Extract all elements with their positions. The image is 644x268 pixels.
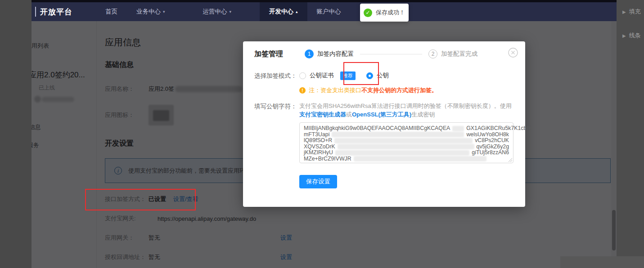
public-key-label: 填写公钥字符： xyxy=(254,102,299,119)
key-text: jKMZIRHyU xyxy=(304,150,333,156)
nav-item-label: 运营中心 xyxy=(203,8,227,16)
step-2-circle: 2 xyxy=(428,49,437,58)
nav-menu: 首页 业务中心 ▾ 运营中心 ▾ 开发中心 ▴ 账户中心 xyxy=(96,2,351,21)
nav-item-business[interactable]: 业务中心 ▾ xyxy=(127,2,175,21)
save-success-toast: ✓ 保存成功！ xyxy=(360,4,409,22)
step-2-label: 加签配置完成 xyxy=(441,50,477,58)
funds-note: ! 注：资金支出类接口不支持公钥的方式进行加签。 xyxy=(299,86,525,94)
redacted-key-segment xyxy=(332,132,464,137)
radio-unchecked-icon xyxy=(299,72,306,79)
tool-panel-line[interactable]: ▶ 线条 xyxy=(622,31,641,40)
openssl-link[interactable]: OpenSSL(第三方工具) xyxy=(352,111,411,118)
note-emphasis: 不支持公钥的方式进行加签。 xyxy=(361,87,437,94)
key-desc-or: 或 xyxy=(346,111,352,118)
key-text: vC8Ps2hCUK xyxy=(475,138,509,144)
note-prefix: 注：资金支出类接口 xyxy=(309,87,361,94)
nav-item-operations[interactable]: 运营中心 ▾ xyxy=(194,2,241,21)
step-indicator: 1 加签内容配置 2 加签配置完成 xyxy=(305,49,477,58)
warning-icon: ! xyxy=(299,87,306,94)
key-text: giTUj5r8zzAN6 xyxy=(472,150,509,156)
key-line: MZe+BrCZ9IVWJR xyxy=(304,156,509,162)
signing-mode-label: 选择加签模式： xyxy=(254,71,299,80)
public-key-textarea[interactable]: MIIBIjANBgkqhkiG9w0BAQEFAAOCAQ8AMIIBCgKC… xyxy=(299,122,513,163)
nav-item-label: 首页 xyxy=(105,8,117,16)
tool-corner-panel xyxy=(560,256,644,268)
toast-message: 保存成功！ xyxy=(376,9,405,17)
nav-item-label: 开发中心 xyxy=(269,8,293,16)
signing-management-modal: 加签管理 1 加签内容配置 2 加签配置完成 选择加签模式： 公钥证书 推荐 公… xyxy=(243,41,525,207)
chevron-up-icon: ▴ xyxy=(296,9,298,14)
key-text: MIIBIjANBgkqhkiG9w0BAQEFAAOCAQ8AMIIBCgKC… xyxy=(304,125,450,132)
collapse-arrow-icon: ▶ xyxy=(622,9,626,14)
step-connector xyxy=(360,54,422,54)
key-line: jKMZIRHyU giTUj5r8zzAN6 xyxy=(304,150,509,156)
key-line: mFT3Uapi welsUwYo8OH8k xyxy=(304,132,509,138)
step-1-label: 加签内容配置 xyxy=(317,50,354,58)
signing-mode-row: 选择加签模式： 公钥证书 推荐 公钥 xyxy=(254,71,525,80)
nav-item-label: 账户中心 xyxy=(317,8,341,16)
tool-panel-fill[interactable]: ▶ 填充 xyxy=(622,8,641,16)
annotation-tool-right-strip xyxy=(617,0,644,268)
collapse-arrow-icon: ▶ xyxy=(622,33,626,38)
key-text: MZe+BrCZ9IVWJR xyxy=(304,156,351,162)
key-line: lQ89fSO+R vC8Ps2hCUK xyxy=(304,138,509,144)
radio-cert-label: 公钥证书 xyxy=(310,71,334,80)
key-text: XQVSZoDrK xyxy=(304,144,335,150)
annotation-box-signing-method-row xyxy=(85,189,196,210)
key-line: XQVSZoDrK qv5jGkZ6y2g xyxy=(304,144,509,150)
key-text: welsUwYo8OH8k xyxy=(466,132,509,138)
step-1-circle: 1 xyxy=(305,49,314,58)
close-icon[interactable] xyxy=(508,48,518,58)
modal-title: 加签管理 xyxy=(254,49,283,59)
redacted-key-segment xyxy=(452,126,464,131)
nav-item-home[interactable]: 首页 xyxy=(96,2,127,21)
public-key-row: 填写公钥字符： 支付宝会用SHA256withRsa算法进行接口调用时的验签（不… xyxy=(254,102,525,119)
brand-logo[interactable]: 开放平台 xyxy=(35,7,72,17)
nav-item-account[interactable]: 账户中心 xyxy=(307,2,351,21)
top-navbar: 开放平台 首页 业务中心 ▾ 运营中心 ▾ 开发中心 ▴ 账户中心 xyxy=(32,2,617,21)
success-check-icon: ✓ xyxy=(364,9,372,17)
key-text: lQ89fSO+R xyxy=(304,138,332,144)
key-desc-text: 支付宝会用SHA256withRsa算法进行接口调用时的验签（不限制密钥长度）。… xyxy=(299,103,512,109)
key-text: qv5jGkZ6y2g xyxy=(477,144,509,150)
key-text: GX1AGiKBCRu5k7K1cbIH xyxy=(466,125,532,132)
tool-panel-fill-label: 填充 xyxy=(629,8,641,16)
save-settings-button[interactable]: 保存设置 xyxy=(299,175,337,188)
key-generator-link[interactable]: 支付宝密钥生成器 xyxy=(299,111,346,118)
chevron-down-icon: ▾ xyxy=(163,9,165,14)
nav-item-label: 业务中心 xyxy=(136,8,161,16)
tool-panel-line-label: 线条 xyxy=(629,31,641,40)
nav-item-dev-center[interactable]: 开发中心 ▴ xyxy=(260,2,307,21)
redacted-key-segment xyxy=(338,144,474,149)
modal-header: 加签管理 1 加签内容配置 2 加签配置完成 xyxy=(254,41,525,67)
redacted-key-segment xyxy=(334,138,473,143)
annotation-box-public-key-radio xyxy=(343,62,379,85)
redacted-key-segment xyxy=(354,156,486,161)
key-text: mFT3Uapi xyxy=(304,132,329,138)
key-desc-tail: 生成密钥 xyxy=(411,111,435,118)
key-line: MIIBIjANBgkqhkiG9w0BAQEFAAOCAQ8AMIIBCgKC… xyxy=(304,125,509,132)
chevron-down-icon: ▾ xyxy=(230,9,232,14)
redacted-key-segment xyxy=(335,150,469,156)
annotation-tool-left-strip xyxy=(0,0,32,268)
